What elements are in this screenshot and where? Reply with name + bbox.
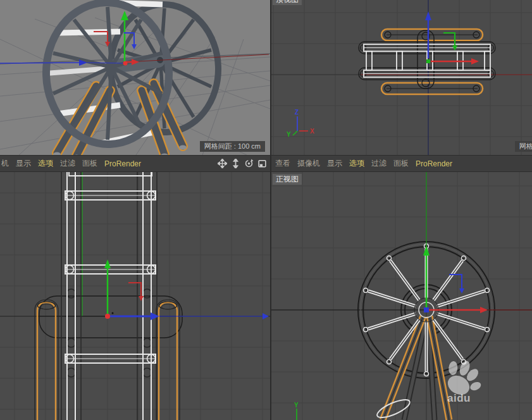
toggle-view-icon[interactable] [257,159,267,168]
menu-item-prorender[interactable]: ProRender [104,159,141,168]
zoom-icon[interactable] [231,159,240,168]
grid-spacing-label: 网格间距 : 100 cm [200,141,265,152]
viewport-nav-icons [218,159,270,168]
world-axis-indicator-front: Y [294,402,299,420]
menu-item-filter[interactable]: 过滤 [60,158,75,169]
menu-item-filter[interactable]: 过滤 [371,158,387,169]
menu-item-camera-cropped[interactable]: 机 [1,158,9,169]
axis-label-x: X [310,128,314,135]
viewport-right[interactable] [0,172,270,420]
viewport-front[interactable]: Y 正视图 aidu [271,172,532,420]
menu-item-display[interactable]: 显示 [16,158,31,169]
menu-item-prorender[interactable]: ProRender [416,159,452,168]
pan-icon[interactable] [218,159,227,168]
menu-item-panel[interactable]: 面板 [393,158,409,169]
rotate-icon[interactable] [244,159,254,168]
menu-item-camera[interactable]: 摄像机 [297,158,320,169]
menu-item-options[interactable]: 选项 [38,158,53,169]
menu-item-display[interactable]: 显示 [327,158,342,169]
axis-label-z: Z [295,109,299,116]
menu-item-panel[interactable]: 面板 [82,158,97,169]
viewport-label-front: 正视图 [273,174,302,185]
right-viewport-menu: 查看 摄像机 显示 选项 过滤 面板 ProRender [270,156,532,171]
viewport-top[interactable]: Z X Y 顶视图 网格间距 : 100 cm [271,0,532,155]
watermark-text: aidu [447,392,471,405]
viewport-perspective[interactable]: 网格间距 : 100 cm [0,0,270,155]
menu-item-view[interactable]: 查看 [275,158,290,169]
left-viewport-menu: 机 显示 选项 过滤 面板 ProRender [0,156,270,171]
viewport-label-top: 顶视图 [273,0,302,5]
c4d-quad-viewport: 网格间距 : 100 cm [0,0,532,420]
viewport-menubar: 机 显示 选项 过滤 面板 ProRender [0,155,532,172]
grid-spacing-label-partial: 网格间距 : 100 cm [515,141,532,152]
axis-gizmo-right[interactable] [104,259,269,320]
world-axis-indicator-top: Z X Y [287,109,314,138]
menu-item-options[interactable]: 选项 [349,158,364,169]
